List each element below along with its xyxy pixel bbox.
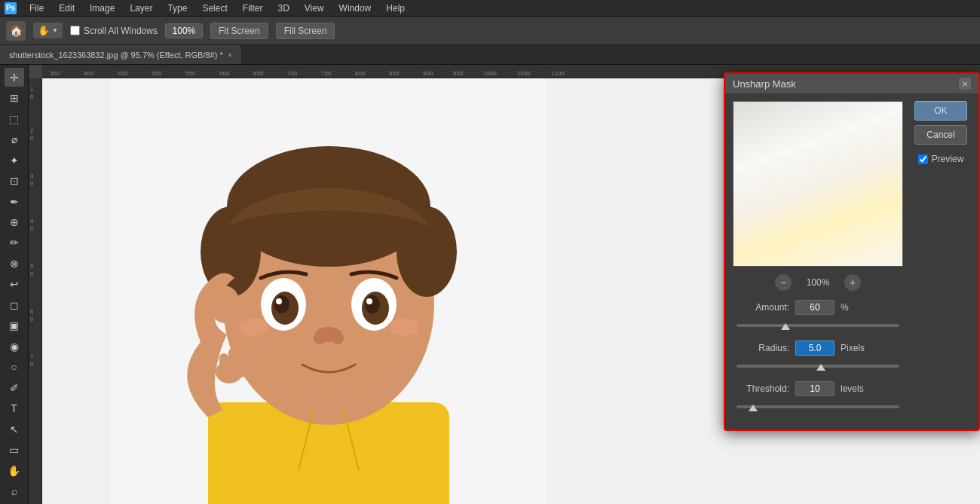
svg-rect-23 — [228, 348, 237, 377]
svg-point-8 — [397, 206, 457, 297]
menu-3d[interactable]: 3D — [275, 2, 291, 15]
zoom-percentage: 100% — [803, 277, 833, 288]
tool-healing-brush[interactable]: ⊕ — [5, 212, 24, 231]
svg-rect-22 — [219, 353, 228, 380]
hand-tool-button[interactable]: ✋ ▼ — [33, 23, 63, 38]
threshold-unit: levels — [841, 383, 864, 394]
menu-view[interactable]: View — [302, 2, 326, 15]
scroll-all-windows-label[interactable]: Scroll All Windows — [84, 26, 158, 36]
tool-hand[interactable]: ✋ — [5, 461, 24, 480]
svg-point-26 — [389, 318, 419, 336]
amount-label: Amount: — [733, 302, 789, 313]
tool-eraser[interactable]: ◻ — [5, 295, 24, 314]
threshold-input[interactable] — [795, 381, 835, 396]
tool-shape[interactable]: ▭ — [5, 440, 24, 459]
threshold-control: Threshold: levels — [733, 381, 903, 414]
ruler-left: 1 0 2 0 3 0 4 0 5 0 6 0 7 0 — [29, 78, 42, 504]
svg-point-13 — [274, 295, 289, 313]
menu-file[interactable]: File — [27, 2, 46, 15]
menu-help[interactable]: Help — [384, 2, 407, 15]
zoom-out-button[interactable]: − — [775, 274, 792, 291]
tool-crop[interactable]: ⊡ — [5, 171, 24, 190]
tab-close-button[interactable]: × — [228, 50, 232, 60]
cartoon-figure — [110, 78, 547, 504]
amount-unit: % — [841, 302, 849, 313]
hand-icon: ✋ — [38, 25, 50, 36]
menu-window[interactable]: Window — [337, 2, 374, 15]
menu-image[interactable]: Image — [87, 2, 117, 15]
tool-marquee[interactable]: ⬚ — [5, 109, 24, 128]
radius-unit: Pixels — [841, 343, 865, 353]
preview-checkbox-label[interactable]: Preview — [932, 154, 964, 164]
left-toolbar: ✛ ⊞ ⬚ ⌀ ✦ ⊡ ✒ ⊕ ✏ ⊗ ↩ ◻ ▣ ◉ ○ ✐ T ↖ ▭ ✋ … — [0, 65, 29, 504]
fill-screen-button[interactable]: Fill Screen — [276, 23, 335, 39]
menu-filter[interactable]: Filter — [240, 2, 265, 15]
amount-input[interactable] — [795, 300, 835, 315]
home-button[interactable]: 🏠 — [6, 21, 26, 41]
menu-edit[interactable]: Edit — [57, 2, 77, 15]
tool-blur[interactable]: ◉ — [5, 337, 24, 356]
tool-path-selection[interactable]: ↖ — [5, 420, 24, 438]
svg-point-25 — [238, 318, 268, 336]
preview-checkbox[interactable] — [918, 154, 928, 164]
threshold-slider[interactable] — [733, 399, 903, 414]
menu-type[interactable]: Type — [165, 2, 189, 15]
dialog-close-button[interactable]: × — [959, 78, 971, 90]
tab-bar: shutterstock_1623363832.jpg @ 95.7% (Eff… — [0, 45, 980, 65]
svg-rect-24 — [237, 351, 246, 377]
radius-slider[interactable] — [733, 359, 903, 374]
dialog-body: − 100% + Amount: % — [725, 93, 978, 429]
tool-clone-stamp[interactable]: ⊗ — [5, 254, 24, 273]
tool-move[interactable]: ✛ — [5, 68, 24, 87]
zoom-in-button[interactable]: + — [844, 274, 861, 291]
tool-dodge[interactable]: ○ — [5, 358, 24, 377]
tool-zoom[interactable]: ⌕ — [5, 481, 24, 500]
svg-point-16 — [366, 298, 372, 304]
scroll-all-windows-checkbox[interactable] — [70, 26, 80, 35]
main-area: ✛ ⊞ ⬚ ⌀ ✦ ⊡ ✒ ⊕ ✏ ⊗ ↩ ◻ ▣ ◉ ○ ✐ T ↖ ▭ ✋ … — [0, 65, 980, 504]
options-bar: 🏠 ✋ ▼ Scroll All Windows 100% Fit Screen… — [0, 17, 980, 45]
radius-input[interactable] — [795, 341, 835, 356]
tool-lasso[interactable]: ⌀ — [5, 130, 24, 148]
amount-slider[interactable] — [733, 318, 903, 333]
ok-button[interactable]: OK — [914, 101, 967, 121]
svg-point-18 — [314, 332, 326, 344]
dialog-titlebar[interactable]: Unsharp Mask × — [725, 74, 978, 93]
unsharp-mask-dialog: Unsharp Mask × − — [724, 72, 980, 431]
tool-type[interactable]: T — [5, 399, 24, 418]
amount-control: Amount: % — [733, 300, 903, 333]
dialog-preview-area[interactable] — [733, 101, 903, 267]
menu-bar: Ps File Edit Image Layer Type Select Fil… — [0, 0, 980, 17]
canvas-area: 350 400 450 500 550 600 650 700 750 800 … — [29, 65, 980, 504]
hand-tool-dropdown-arrow[interactable]: ▼ — [52, 27, 58, 34]
threshold-label: Threshold: — [733, 383, 789, 394]
tab-filename: shutterstock_1623363832.jpg @ 95.7% (Eff… — [9, 50, 223, 60]
preview-zoom-bar: − 100% + — [733, 274, 903, 291]
tool-eyedropper[interactable]: ✒ — [5, 192, 24, 211]
svg-point-14 — [365, 295, 380, 313]
tool-history-brush[interactable]: ↩ — [5, 275, 24, 294]
cancel-button[interactable]: Cancel — [914, 125, 967, 145]
preview-checkbox-row: Preview — [918, 154, 964, 164]
radius-control: Radius: Pixels — [733, 341, 903, 374]
preview-content — [733, 102, 902, 266]
tool-brush[interactable]: ✏ — [5, 234, 24, 252]
tool-magic-wand[interactable]: ✦ — [5, 151, 24, 170]
scroll-all-windows-container: Scroll All Windows — [70, 26, 158, 36]
menu-layer[interactable]: Layer — [127, 2, 155, 15]
dialog-title: Unsharp Mask — [733, 78, 796, 90]
document-tab[interactable]: shutterstock_1623363832.jpg @ 95.7% (Eff… — [0, 45, 242, 64]
zoom-level-display: 100% — [165, 23, 203, 38]
fit-screen-button[interactable]: Fit Screen — [210, 23, 268, 39]
svg-point-15 — [276, 298, 282, 304]
tool-gradient[interactable]: ▣ — [5, 316, 24, 335]
tool-pen[interactable]: ✐ — [5, 378, 24, 397]
tool-artboard[interactable]: ⊞ — [5, 88, 24, 107]
menu-select[interactable]: Select — [200, 2, 229, 15]
radius-label: Radius: — [733, 343, 789, 353]
svg-point-19 — [332, 332, 344, 344]
app-logo: Ps — [5, 2, 17, 14]
